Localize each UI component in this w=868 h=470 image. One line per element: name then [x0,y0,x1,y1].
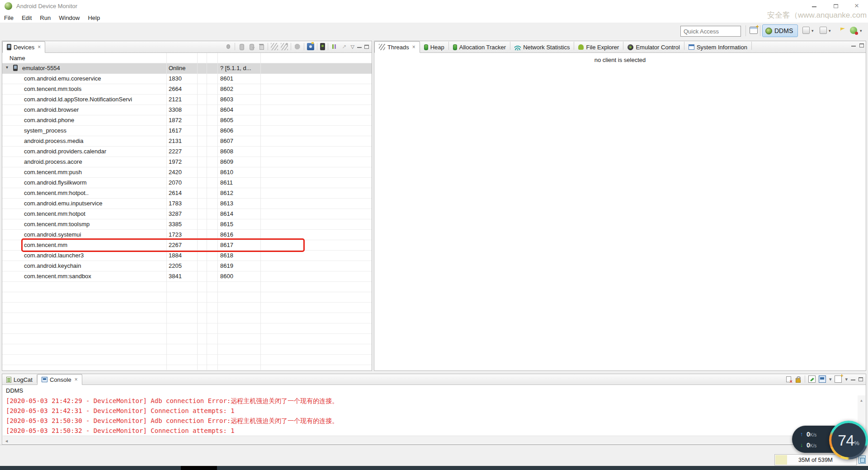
cell: ? [5.1.1, d... [220,65,251,71]
cell: 2664 [169,85,182,92]
process-row[interactable]: com.android.keychain22058619 [2,261,372,271]
client-panel-corner [851,43,864,47]
tree-expand-icon[interactable]: ▾ [6,65,8,70]
scroll-lock-icon[interactable] [794,375,802,383]
process-row[interactable]: com.tencent.mm:tools26648602 [2,84,372,95]
start-method-profiling-icon[interactable] [281,43,288,50]
tab-heap[interactable]: Heap [420,41,448,53]
tab-threads[interactable]: Threads× [374,41,420,53]
minimize-view-icon[interactable] [851,380,855,381]
open-console-icon[interactable] [835,375,842,383]
tab-devices[interactable]: Devices × [2,41,45,53]
chevron-down-icon[interactable]: ▾ [845,376,848,382]
maximize-view-icon[interactable] [364,45,369,49]
table-header[interactable]: Name [2,53,372,63]
ddms-perspective-button[interactable]: DDMS [762,24,798,37]
tab-allocation-tracker[interactable]: Allocation Tracker [449,41,510,53]
chevron-down-icon[interactable]: ▾ [829,28,831,33]
process-row[interactable]: com.tencent.mm:hotpot..26148612 [2,188,372,199]
display-selected-console-icon[interactable] [819,375,826,383]
view-menu-icon[interactable]: ▽ [351,44,354,50]
menu-item-window[interactable]: Window [55,14,84,22]
menu-item-run[interactable]: Run [36,14,55,22]
chevron-down-icon[interactable]: ▾ [829,376,832,382]
system-dump-icon[interactable] [331,43,338,50]
process-row[interactable]: com.android.providers.calendar22278608 [2,147,372,157]
tab-system-information[interactable]: System Information [684,41,751,53]
process-row[interactable]: com.android.browser33088604 [2,105,372,115]
tab-console[interactable]: Console× [37,374,82,385]
process-row[interactable]: com.android.emu.inputservice17838613 [2,199,372,209]
navigation-history-icon[interactable] [820,27,827,34]
toolbar-separator [745,25,746,36]
clear-console-icon[interactable] [786,376,791,382]
process-row[interactable]: android.process.acore19728609 [2,157,372,167]
process-row[interactable]: com.android.phone18728605 [2,115,372,126]
maximize-view-icon[interactable] [859,43,864,47]
cell: 8616 [220,231,233,238]
run-icon[interactable] [850,27,857,34]
maximize-view-icon[interactable] [859,377,863,381]
tab-file-explorer[interactable]: File Explorer [574,41,623,53]
screen-record-icon[interactable] [320,43,325,50]
toolbar-separator [268,43,268,50]
cause-gc-icon[interactable] [258,43,265,50]
process-row[interactable]: system_process16178606 [2,126,372,136]
upload-arrow-icon: ↑ [800,431,803,437]
maximize-icon [834,4,838,8]
update-heap-icon[interactable] [238,43,245,50]
scroll-up-icon[interactable]: ▲ [860,399,863,403]
devices-toolbar: ↗ ▽ [225,43,369,50]
menu-item-edit[interactable]: Edit [18,14,36,22]
windows-taskbar[interactable] [0,466,868,470]
update-threads-icon[interactable] [271,43,278,50]
tab-logcat[interactable]: LogCat [2,374,37,385]
process-row[interactable]: com.android.launcher318848618 [2,251,372,261]
open-perspective-icon[interactable] [750,27,758,34]
chevron-down-icon[interactable]: ▾ [811,28,814,33]
tab-network-statistics[interactable]: Network Statistics [510,41,574,53]
minimize-view-icon[interactable] [357,47,362,48]
menu-bar: FileEditRunWindowHelp [0,13,868,23]
tab-emulator-control[interactable]: Emulator Control [623,41,684,53]
menu-item-file[interactable]: File [0,14,18,22]
quick-access-input[interactable] [680,26,741,37]
console-horizontal-scrollbar[interactable]: ◄ [3,436,865,444]
process-row[interactable]: com.tencent.mm:sandbox38418600 [2,271,372,282]
process-row[interactable]: com.android.ld.appStore.NotificationServ… [2,95,372,105]
speed-monitor-overlay[interactable]: ↑ 0K/s ↓ 0K/s 74 % [792,421,868,461]
cell: com.android.emu.inputservice [24,200,102,207]
debug-process-icon[interactable] [225,43,232,50]
last-edit-location-icon[interactable] [802,27,810,34]
process-row[interactable]: com.tencent.mm:toolsmp33858615 [2,219,372,230]
process-row[interactable]: com.tencent.mm:push24208610 [2,167,372,178]
device-row[interactable]: ▾emulator-5554Online? [5.1.1, d... [2,63,372,74]
minimize-view-icon[interactable] [851,46,856,47]
screen-capture-icon[interactable] [307,43,314,50]
dump-hprof-icon[interactable] [248,43,255,50]
toolbar-separator [328,43,328,50]
process-row[interactable]: com.tencent.mm22678617 [2,240,372,251]
annotations-icon[interactable] [839,27,846,34]
chevron-down-icon[interactable]: ▾ [860,28,862,33]
app-icon [5,2,12,10]
scroll-left-icon[interactable]: ◄ [5,439,9,443]
tab-close-icon[interactable]: × [412,44,415,50]
cpu-usage-gauge[interactable]: 74 % [829,421,868,460]
tab-close-icon[interactable]: × [75,376,78,383]
pin-console-icon[interactable] [808,375,816,383]
console-icon [42,377,47,382]
process-row[interactable]: android.process.media21318607 [2,136,372,147]
menu-item-help[interactable]: Help [84,14,104,22]
cell: 1723 [169,231,182,238]
cell: 2614 [169,190,182,196]
process-row[interactable]: com.tencent.mm:hotpot32878614 [2,209,372,219]
tab-close-icon[interactable]: × [38,44,41,50]
hierarchy-view-icon[interactable]: ↗ [341,43,348,50]
stop-process-icon[interactable] [294,43,301,50]
console-line: [2020-05-03 21:42:31 - DeviceMonitor] Co… [6,406,855,416]
minimize-icon [812,6,816,8]
process-row[interactable]: com.android.flysilkworm20708611 [2,178,372,188]
console-output[interactable]: [2020-05-03 21:42:29 - DeviceMonitor] Ad… [6,396,855,436]
process-row[interactable]: com.android.emu.coreservice18308601 [2,74,372,84]
